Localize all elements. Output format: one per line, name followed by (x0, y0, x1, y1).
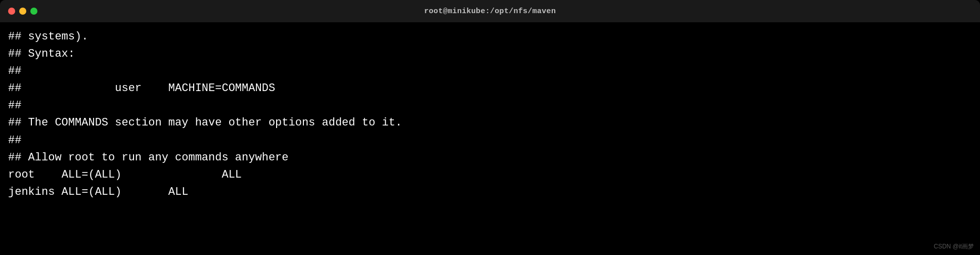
terminal-line-3: ## (8, 63, 972, 80)
maximize-button[interactable] (30, 8, 37, 15)
terminal-line-1: ## systems). (8, 28, 972, 46)
watermark: CSDN @it画梦 (933, 242, 974, 251)
terminal-window: root@minikube:/opt/nfs/maven ## systems)… (0, 0, 980, 255)
minimize-button[interactable] (19, 8, 26, 15)
titlebar: root@minikube:/opt/nfs/maven (0, 0, 980, 22)
terminal-line-5: ## (8, 97, 972, 114)
close-button[interactable] (8, 8, 15, 15)
terminal-line-2: ## Syntax: (8, 46, 972, 63)
terminal-line-9: root ALL=(ALL) ALL (8, 166, 972, 184)
window-controls (8, 8, 37, 15)
terminal-line-8: ## Allow root to run any commands anywhe… (8, 149, 972, 166)
terminal-line-6: ## The COMMANDS section may have other o… (8, 114, 972, 132)
window-title: root@minikube:/opt/nfs/maven (424, 7, 556, 16)
terminal-line-4: ## user MACHINE=COMMANDS (8, 80, 972, 97)
terminal-content[interactable]: ## systems). ## Syntax: ## ## user MACHI… (0, 22, 980, 255)
terminal-line-7: ## (8, 132, 972, 149)
terminal-line-10: jenkins ALL=(ALL) ALL (8, 184, 972, 201)
